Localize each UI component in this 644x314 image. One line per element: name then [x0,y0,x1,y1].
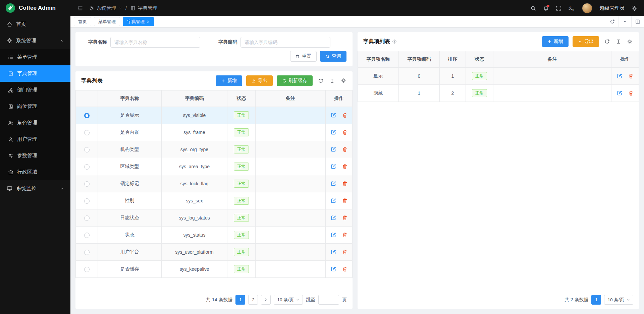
page-size-select[interactable]: 10 条/页 [604,295,633,305]
page-size-select[interactable]: 10 条/页 [274,295,303,305]
edit-button[interactable] [330,231,337,238]
page-size-value: 10 条/页 [607,297,624,303]
delete-button[interactable] [341,232,348,238]
sidebar-item-dept-management[interactable]: 部门管理 [0,82,70,98]
delete-button[interactable] [341,146,348,153]
next-page-button[interactable] [261,295,271,305]
edit-button[interactable] [330,265,337,272]
delete-button[interactable] [628,73,634,79]
delete-button[interactable] [341,112,348,119]
breadcrumb-item-page[interactable]: 字典管理 [138,5,157,11]
refresh-cache-button[interactable]: 刷新缓存 [277,75,313,86]
edit-button[interactable] [330,146,337,153]
dict-table-row[interactable]: 锁定标记 sys_lock_flag 正常 [76,175,353,192]
item-add-button[interactable]: 新增 [542,36,569,47]
dict-code-input[interactable] [240,37,330,48]
page-button-2[interactable]: 2 [248,295,258,305]
item-table-refresh-button[interactable] [604,38,610,45]
logo[interactable]: Coffee Admin [0,0,70,16]
dict-table-settings-button[interactable] [340,77,347,84]
sidebar-item-menu-management[interactable]: 菜单管理 [0,49,70,65]
dict-code-cell: sys_lock_flag [162,175,227,192]
dict-add-button[interactable]: 新增 [216,75,242,86]
delete-button[interactable] [628,90,634,97]
edit-button[interactable] [330,197,337,204]
row-radio[interactable] [84,250,90,255]
dict-table-row[interactable]: 区域类型 sys_area_type 正常 [76,158,353,175]
row-radio[interactable] [84,113,90,118]
dict-table-row[interactable]: 用户平台 sys_user_platform 正常 [76,244,353,261]
username[interactable]: 超级管理员 [599,5,625,11]
dict-table-row[interactable]: 性别 sys_sex 正常 [76,192,353,209]
translate-button[interactable]: 文A [569,5,575,11]
tab-home[interactable]: 首页 [74,17,91,26]
row-radio[interactable] [84,267,90,272]
page-button-1[interactable]: 1 [591,295,601,305]
dict-table-row[interactable]: 是否缓存 sys_keepalive 正常 [76,261,353,278]
search-button[interactable] [530,5,536,11]
jump-page-input[interactable] [318,295,339,305]
item-table-row[interactable]: 隐藏 1 2 正常 [358,85,639,102]
delete-button[interactable] [341,180,348,187]
settings-button[interactable] [632,5,637,11]
delete-button[interactable] [341,249,348,255]
edit-button[interactable] [330,180,337,187]
reset-button[interactable]: 重置 [290,51,317,62]
item-export-button[interactable]: 导出 [573,36,599,47]
item-table-density-button[interactable] [615,38,622,45]
tabs-refresh-button[interactable] [606,16,619,27]
row-radio[interactable] [84,164,90,170]
sidebar-item-home[interactable]: 首页 [0,16,70,33]
sidebar-item-role-management[interactable]: 角色管理 [0,115,70,131]
sidebar-item-dict-management[interactable]: 字典管理 [0,65,70,82]
dict-table-row[interactable]: 日志状态 sys_log_status 正常 [76,209,353,227]
dict-table-row[interactable]: 是否内嵌 sys_frame 正常 [76,124,353,141]
delete-button[interactable] [341,214,348,221]
avatar[interactable] [582,3,592,13]
fullscreen-button[interactable] [556,5,561,11]
row-radio[interactable] [84,147,90,152]
tab-menu-management[interactable]: 菜单管理 [94,17,120,26]
dict-export-button[interactable]: 导出 [246,75,273,86]
delete-button[interactable] [341,266,348,272]
edit-button[interactable] [616,89,623,97]
item-table-row[interactable]: 显示 0 1 正常 [358,68,639,85]
sidebar-item-user-management[interactable]: 用户管理 [0,131,70,147]
edit-button[interactable] [330,112,337,119]
row-radio[interactable] [84,215,90,221]
edit-button[interactable] [330,248,337,255]
item-table-settings-button[interactable] [627,38,633,45]
delete-button[interactable] [341,197,348,204]
sidebar-item-region-management[interactable]: 行政区域 [0,164,70,180]
breadcrumb-item-system[interactable]: 系统管理 [97,5,116,11]
dict-name-input[interactable] [110,37,200,48]
page-button-1[interactable]: 1 [235,295,245,305]
dict-table-refresh-button[interactable] [317,77,324,84]
close-icon[interactable] [147,20,150,23]
edit-button[interactable] [330,129,337,136]
dict-table-row[interactable]: 是否显示 sys_visible 正常 [76,107,353,124]
dict-table-density-button[interactable] [329,77,335,84]
delete-button[interactable] [341,163,348,170]
dict-table-row[interactable]: 状态 sys_status 正常 [76,227,353,244]
row-radio[interactable] [84,233,90,238]
tab-dict-management[interactable]: 字典管理 [123,17,154,26]
sidebar-item-post-management[interactable]: 岗位管理 [0,98,70,115]
collapse-sidebar-button[interactable] [77,5,83,11]
row-radio[interactable] [84,198,90,204]
notification-button[interactable] [543,5,549,11]
edit-button[interactable] [616,72,623,79]
tabs-menu-button[interactable] [619,16,631,27]
row-radio[interactable] [84,130,90,135]
sidebar-item-system-management[interactable]: 系统管理 [0,33,70,49]
layout-toggle-button[interactable] [631,16,644,27]
sidebar-item-param-management[interactable]: 参数管理 [0,147,70,164]
edit-button[interactable] [330,163,337,170]
delete-button[interactable] [341,129,348,136]
sidebar-item-system-monitor[interactable]: 系统监控 [0,180,70,197]
status-badge: 正常 [234,231,249,239]
edit-button[interactable] [330,214,337,221]
dict-table-row[interactable]: 机构类型 sys_org_type 正常 [76,141,353,158]
row-radio[interactable] [84,181,90,187]
query-button[interactable]: 查询 [320,51,346,62]
